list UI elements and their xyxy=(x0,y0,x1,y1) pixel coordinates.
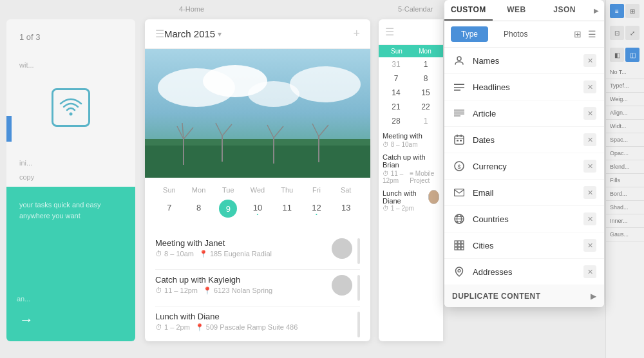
day-sun: Sun xyxy=(383,48,411,55)
left-blue-bar xyxy=(6,116,12,142)
panel-home-header: ☰ March 2015 ▾ + xyxy=(145,19,370,49)
list-item[interactable]: Article ✕ xyxy=(444,100,604,127)
remove-countries-button[interactable]: ✕ xyxy=(583,212,596,225)
grid-view-icon[interactable]: ⊞ xyxy=(572,28,583,40)
type-button[interactable]: Type xyxy=(451,26,488,42)
text-align-icon[interactable]: ≡ xyxy=(610,4,624,18)
cities-label: Cities xyxy=(473,241,583,250)
currency-icon: $ xyxy=(452,159,466,173)
dropdown-tabs: CUSTOM WEB JSON ▶ xyxy=(444,0,604,21)
resize-icon[interactable]: ⤢ xyxy=(625,26,639,40)
cal-header: ☰ xyxy=(379,19,443,45)
tab-json[interactable]: JSON xyxy=(540,0,589,21)
remove-email-button[interactable]: ✕ xyxy=(583,186,596,199)
list-item[interactable]: Email ✕ xyxy=(444,180,604,206)
svg-rect-37 xyxy=(455,189,464,196)
gaus-label: Gaus... xyxy=(606,228,644,241)
svg-rect-33 xyxy=(457,140,459,142)
layout-icon[interactable]: ⊞ xyxy=(625,4,639,18)
remove-cities-button[interactable]: ✕ xyxy=(583,239,596,252)
svg-rect-45 xyxy=(461,241,464,243)
cal-event-title-1: Meeting with xyxy=(383,132,439,140)
person-icon xyxy=(452,53,466,68)
cal-date-8: 8 xyxy=(411,71,440,86)
list-item[interactable]: Names ✕ xyxy=(444,48,604,74)
cal-date-15: 15 xyxy=(411,86,440,100)
tab-web[interactable]: WEB xyxy=(493,0,541,21)
duplicate-arrow-icon: ▶ xyxy=(591,292,596,301)
cal-event-time-3: ⏱ 1 – 2pm xyxy=(383,205,439,212)
remove-addresses-button[interactable]: ✕ xyxy=(583,265,596,278)
table-row: Meeting with Janet ⏱ 8 – 10am 📍 185 Euge… xyxy=(155,233,360,270)
type-photos-bar: Type Photos ⊞ ☰ xyxy=(444,21,604,48)
cal-event-title-3: Lunch with Diane xyxy=(383,189,439,205)
list-item[interactable]: $ Currency ✕ xyxy=(444,153,604,180)
cal-date-1a: 1 xyxy=(411,57,440,71)
event-details: Catch up with Kayleigh ⏱ 11 – 12pm 📍 612… xyxy=(155,275,327,295)
remove-names-button[interactable]: ✕ xyxy=(583,54,596,67)
cal-date-1b: 1 xyxy=(411,114,440,128)
tabs-arrow[interactable]: ▶ xyxy=(589,0,604,21)
teal-subtext: an... xyxy=(17,295,30,303)
dates-label: Dates xyxy=(473,135,583,145)
svg-rect-48 xyxy=(461,244,464,247)
duplicate-content-button[interactable]: DUPLICATE CONTENT ▶ xyxy=(444,285,604,307)
panel-calendar-label: 5-Calendar xyxy=(398,5,433,13)
drag-handle[interactable] xyxy=(357,275,360,301)
list-item[interactable]: Headlines ✕ xyxy=(444,74,604,100)
list-item[interactable]: Cities ✕ xyxy=(444,232,604,259)
countries-label: Countries xyxy=(473,214,583,224)
photos-button[interactable]: Photos xyxy=(493,26,538,42)
hero-image: 3 Tasks xyxy=(145,49,370,178)
svg-rect-29 xyxy=(455,136,464,144)
cal-date-21: 21 xyxy=(381,100,411,114)
list-item[interactable]: Addresses ✕ xyxy=(444,259,604,285)
align-center-icon[interactable]: ◫ xyxy=(625,48,639,62)
shad-label: Shad... xyxy=(606,201,644,214)
list-view-icon[interactable]: ☰ xyxy=(586,28,598,40)
typef-label: Typef... xyxy=(606,79,644,93)
widt-label: Widt... xyxy=(606,120,644,133)
remove-currency-button[interactable]: ✕ xyxy=(583,160,596,173)
addresses-icon xyxy=(452,265,466,279)
wifi-section xyxy=(6,75,135,140)
list-item[interactable]: Countries ✕ xyxy=(444,206,604,232)
remove-dates-button[interactable]: ✕ xyxy=(583,133,596,146)
mini-calendar: Sun Mon Tue Wed Thu Fri Sat 7 8 9 10 11 … xyxy=(145,178,370,227)
size-icon[interactable]: ⊡ xyxy=(610,26,624,40)
bord-label: Bord... xyxy=(606,187,644,201)
right-panel-icons-2: ⊡ ⤢ xyxy=(606,22,644,44)
drag-handle[interactable] xyxy=(357,312,360,337)
align-left-icon[interactable]: ◧ xyxy=(610,48,624,62)
panel-left: 1 of 3 wit... ini... copy your tasks qui… xyxy=(6,19,135,341)
svg-rect-50 xyxy=(458,247,460,250)
dropdown-menu: CUSTOM WEB JSON ▶ Type Photos ⊞ ☰ Names … xyxy=(444,0,604,307)
location-icon: 📍 185 Eugenia Radial xyxy=(199,250,272,258)
clock-icon: ⏱ 11 – 12pm xyxy=(155,287,198,295)
arrow-right-icon: → xyxy=(19,312,33,328)
teal-text: your tasks quick and easyanywhere you wa… xyxy=(19,200,122,221)
list-item[interactable]: Dates ✕ xyxy=(444,127,604,153)
location-icon: 📍 509 Pascale Ramp Suite 486 xyxy=(195,323,298,332)
cal-date-14: 14 xyxy=(381,86,411,100)
remove-headlines-button[interactable]: ✕ xyxy=(583,80,596,93)
add-event-button[interactable]: + xyxy=(353,27,360,41)
right-panel-icons-3: ◧ ◫ xyxy=(606,44,644,66)
avatar xyxy=(332,275,352,296)
weig-label: Weig... xyxy=(606,93,644,106)
headlines-label: Headlines xyxy=(473,82,583,92)
spac-label: Spac... xyxy=(606,133,644,147)
tab-custom[interactable]: CUSTOM xyxy=(444,0,493,21)
hamburger-icon[interactable]: ☰ xyxy=(155,28,164,40)
currency-label: Currency xyxy=(473,162,583,171)
clock-icon: ⏱ 8 – 10am xyxy=(155,250,194,258)
right-panel: ≡ ⊞ ⊡ ⤢ ◧ ◫ No T... Typef... Weig... Ali… xyxy=(605,0,644,358)
email-icon xyxy=(452,185,466,200)
event-meta: ⏱ 11 – 12pm 📍 6123 Nolan Spring xyxy=(155,287,327,295)
addresses-label: Addresses xyxy=(473,267,583,277)
drag-handle[interactable] xyxy=(357,238,360,264)
remove-article-button[interactable]: ✕ xyxy=(583,107,596,120)
svg-text:$: $ xyxy=(457,164,460,170)
cal-event-time-1: ⏱ 8 – 10am xyxy=(383,141,439,148)
hamburger-icon[interactable]: ☰ xyxy=(385,26,394,37)
